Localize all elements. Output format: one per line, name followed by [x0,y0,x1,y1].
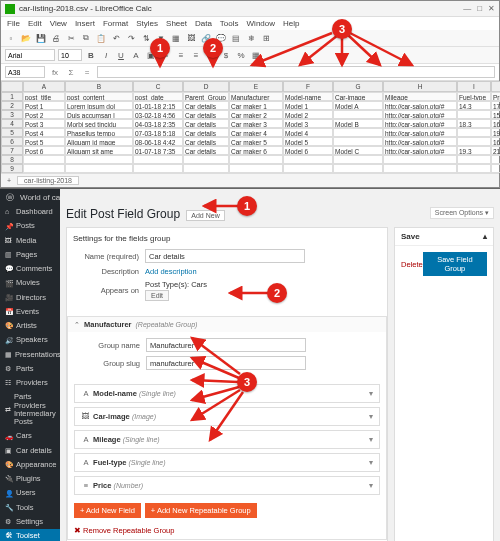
cell[interactable]: Car details [183,128,229,137]
menu-window[interactable]: Window [247,19,275,28]
cell[interactable]: Post 2 [23,110,65,119]
sheet-tab[interactable]: car-listing-2018 [17,176,79,185]
font-size-input[interactable] [58,49,82,61]
sidebar-item[interactable]: ⚙Parts [0,362,60,376]
cell[interactable]: Post 5 [23,137,65,146]
sidebar-item[interactable]: 🎨Artists [0,319,60,333]
cell[interactable]: Car details [183,137,229,146]
redo-icon[interactable]: ↷ [125,32,137,44]
cell[interactable]: Aliquam sit ame [65,146,133,155]
cell[interactable]: 16.1 [491,137,500,146]
cell[interactable]: Car details [183,101,229,110]
underline-icon[interactable]: U [115,49,127,61]
cell[interactable]: 16.5 [491,119,500,128]
cell[interactable]: Car maker 2 [229,110,283,119]
sidebar-item[interactable]: 🎨Appearance [0,458,60,472]
cell[interactable]: Car maker 1 [229,101,283,110]
cell[interactable]: Duis accumsan l [65,110,133,119]
cell[interactable]: Model 1 [283,101,333,110]
header-cell[interactable]: Car-image [333,92,383,101]
cell[interactable]: Post 3 [23,119,65,128]
cell[interactable]: http://car-salon.otg/# [383,101,457,110]
cell[interactable]: Model B [333,119,383,128]
sidebar-item[interactable]: 🔌Plugins [0,472,60,486]
remove-repeatable-group-link[interactable]: ✖ Remove Repeatable Group [68,522,180,539]
group-name-input[interactable]: Manufacturer [146,338,306,352]
cell[interactable]: http://car-salon.otg/# [383,110,457,119]
fx-icon[interactable]: fx [49,68,61,77]
add-field-button-inner[interactable]: + Add New Field [74,503,141,518]
field-item[interactable]: ≡ Price (Number)▾ [74,476,380,495]
sidebar-item[interactable]: 💬Comments [0,262,60,276]
column-header[interactable]: B [65,81,133,92]
save-icon[interactable]: 💾 [35,32,47,44]
collapse-icon[interactable]: ▴ [483,232,487,241]
cell[interactable]: 17.1 [491,101,500,110]
sidebar-item[interactable]: 🚗Cars [0,429,60,443]
edit-button[interactable]: Edit [145,290,169,301]
sidebar-item[interactable]: 🔧Tools [0,501,60,515]
menu-view[interactable]: View [50,19,67,28]
cell[interactable]: 08-06-18 4:42 [133,137,183,146]
cell[interactable]: Model A [333,101,383,110]
cell[interactable]: Model 6 [283,146,333,155]
save-field-group-button[interactable]: Save Field Group [423,252,487,276]
row-header[interactable]: 2 [1,101,23,110]
sidebar-item[interactable]: ⚙Settings [0,515,60,529]
cell[interactable]: 19.9 [491,128,500,137]
group-slug-input[interactable]: manufacturer [146,356,306,370]
chevron-down-icon[interactable]: ▾ [369,389,373,398]
header-cell[interactable]: Manufacturer [229,92,283,101]
cell[interactable] [333,128,383,137]
cell[interactable]: 03-02-18 4:56 [133,110,183,119]
cell[interactable]: Car details [183,146,229,155]
column-header[interactable]: F [283,81,333,92]
cell[interactable] [333,137,383,146]
equals-icon[interactable]: = [81,68,93,77]
menu-insert[interactable]: Insert [75,19,95,28]
cell[interactable] [333,110,383,119]
menu-tools[interactable]: Tools [220,19,239,28]
menu-sheet[interactable]: Sheet [166,19,187,28]
column-header[interactable]: J [491,81,500,92]
sidebar-item[interactable]: 🖼Media [0,234,60,248]
spreadsheet-grid[interactable]: ABCDEFGHIJK1post_titlepost_contentpost_d… [1,81,499,173]
percent-icon[interactable]: % [235,49,247,61]
cell[interactable]: 19.3 [457,146,491,155]
new-icon[interactable]: ▫ [5,32,17,44]
header-cell[interactable]: Fuel-type [457,92,491,101]
chevron-down-icon[interactable]: ▾ [369,481,373,490]
header-cell[interactable]: post_title [23,92,65,101]
sidebar-item[interactable]: 🎥Directors [0,291,60,305]
close-icon[interactable]: ✕ [488,4,495,13]
header-cell[interactable]: post_date [133,92,183,101]
paste-icon[interactable]: 📋 [95,32,107,44]
menu-format[interactable]: Format [103,19,128,28]
sidebar-item[interactable]: ▥Pages [0,248,60,262]
sidebar-item[interactable]: ⌂Dashboard [0,205,60,219]
cell[interactable]: Morbi sed tincidu [65,119,133,128]
add-description-link[interactable]: Add description [145,267,197,276]
sidebar-item[interactable]: 🎬Movies [0,276,60,290]
field-item[interactable]: A Fuel-type (Single line)▾ [74,453,380,472]
wp-logo-icon[interactable]: ⓦ [6,192,14,203]
header-cell[interactable]: Parent_Group [183,92,229,101]
cell[interactable] [457,110,491,119]
formula-bar[interactable] [97,66,495,78]
cell[interactable]: 15.8 [491,110,500,119]
header-cell[interactable]: Model-name [283,92,333,101]
add-new-button[interactable]: Add New [186,210,224,221]
cell[interactable]: Model C [333,146,383,155]
cell[interactable]: Lorem ipsum dol [65,101,133,110]
sidebar-item[interactable]: 🔊Speakers [0,333,60,347]
column-header[interactable]: A [23,81,65,92]
cell[interactable]: Post 6 [23,146,65,155]
split-icon[interactable]: ⊞ [260,32,272,44]
cell[interactable]: Model 3 [283,119,333,128]
maximize-icon[interactable]: □ [477,4,482,13]
cell[interactable]: 07-03-18 5:18 [133,128,183,137]
cell[interactable]: Model 2 [283,110,333,119]
cell[interactable]: 01-07-18 7:35 [133,146,183,155]
cell[interactable]: 04-03-18 2:35 [133,119,183,128]
cell[interactable]: Car maker 6 [229,146,283,155]
